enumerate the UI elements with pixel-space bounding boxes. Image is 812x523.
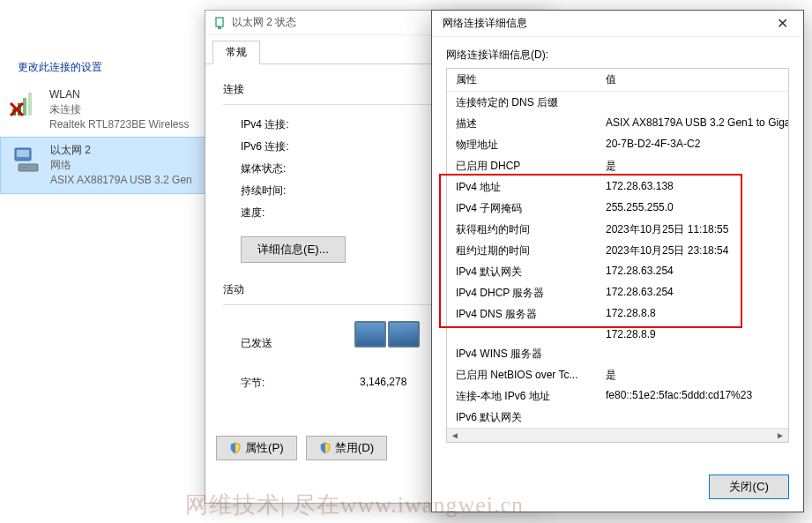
col-property: 属性 xyxy=(447,69,597,91)
table-row[interactable]: 已启用 DHCP是 xyxy=(447,155,788,176)
activity-icons xyxy=(352,321,422,365)
table-header: 属性 值 xyxy=(447,69,788,92)
dialog-body: 网络连接详细信息(D): 属性 值 连接特定的 DNS 后缀描述ASIX AX8… xyxy=(432,37,803,453)
cell-property: 已启用 DHCP xyxy=(447,155,597,176)
col-value: 值 xyxy=(597,69,788,91)
table-row[interactable]: 连接特定的 DNS 后缀 xyxy=(447,92,788,113)
cell-value: 2023年10月25日 11:18:55 xyxy=(597,219,788,240)
table-row[interactable]: 描述ASIX AX88179A USB 3.2 Gen1 to Gigabi xyxy=(447,113,788,134)
ethernet-plug-icon xyxy=(212,16,227,30)
connection-item-ethernet[interactable]: 以太网 2 网络 ASIX AX88179A USB 3.2 Gen xyxy=(0,137,212,193)
cell-value: 172.28.63.254 xyxy=(597,282,788,303)
cell-property xyxy=(447,325,597,343)
conn-adapter: Realtek RTL8723BE Wireless xyxy=(49,117,190,132)
button-label: 禁用(D) xyxy=(335,440,375,456)
svg-point-10 xyxy=(25,167,26,168)
table-row[interactable]: IPv4 DNS 服务器172.28.8.8 xyxy=(447,303,788,325)
dialog-titlebar[interactable]: 网络连接详细信息 ✕ xyxy=(432,11,803,37)
cell-property: 连接特定的 DNS 后缀 xyxy=(447,92,597,113)
bytes-label: 字节: xyxy=(241,376,264,391)
cell-value xyxy=(597,407,788,428)
cell-value: 172.28.63.254 xyxy=(597,261,788,282)
close-button[interactable]: 关闭(C) xyxy=(709,474,789,499)
cell-value: fe80::51e2:5fac:5ddd:cd17%23 xyxy=(597,385,788,407)
cell-property: 连接-本地 IPv6 地址 xyxy=(447,385,597,407)
conn-status: 未连接 xyxy=(49,102,190,117)
scroll-right-icon[interactable]: ► xyxy=(774,430,786,442)
list-label: 网络连接详细信息(D): xyxy=(446,48,789,63)
cell-value xyxy=(597,343,788,364)
cell-property: IPv4 默认网关 xyxy=(447,261,597,282)
button-label: 属性(P) xyxy=(245,440,284,456)
conn-status: 网络 xyxy=(50,158,192,173)
svg-rect-2 xyxy=(23,98,26,116)
dialog-footer: 关闭(C) xyxy=(709,474,789,499)
row-label: 持续时间: xyxy=(241,183,346,198)
scroll-left-icon[interactable]: ◄ xyxy=(449,430,461,442)
cell-property: IPv4 DHCP 服务器 xyxy=(447,282,597,303)
monitor-icon xyxy=(388,321,420,347)
cell-property: 已启用 NetBIOS over Tc... xyxy=(447,364,597,385)
details-table[interactable]: 属性 值 连接特定的 DNS 后缀描述ASIX AX88179A USB 3.2… xyxy=(446,68,789,443)
disable-button[interactable]: 禁用(D) xyxy=(306,436,388,460)
close-icon[interactable]: ✕ xyxy=(768,13,796,34)
table-row[interactable]: 物理地址20-7B-D2-4F-3A-C2 xyxy=(447,134,788,155)
properties-button[interactable]: 属性(P) xyxy=(216,436,297,460)
dialog-title: 网络连接详细信息 xyxy=(443,16,527,31)
table-row[interactable]: IPv6 默认网关 xyxy=(447,407,788,428)
cell-property: 租约过期的时间 xyxy=(447,240,597,261)
tab-general[interactable]: 常规 xyxy=(212,41,260,64)
cell-value: 是 xyxy=(597,155,788,176)
details-button[interactable]: 详细信息(E)... xyxy=(241,236,346,263)
wlan-icon xyxy=(9,87,41,119)
cell-value: 172.28.63.138 xyxy=(597,176,788,198)
cell-value: ASIX AX88179A USB 3.2 Gen1 to Gigabi xyxy=(597,113,788,134)
table-row[interactable]: IPv4 DHCP 服务器172.28.63.254 xyxy=(447,282,788,303)
connection-item-wlan[interactable]: WLAN 未连接 Realtek RTL8723BE Wireless xyxy=(0,82,212,137)
connection-details-dialog: 网络连接详细信息 ✕ 网络连接详细信息(D): 属性 值 连接特定的 DNS 后… xyxy=(431,10,804,512)
shield-icon xyxy=(319,442,332,454)
cell-property: 描述 xyxy=(447,113,597,134)
row-label: 媒体状态: xyxy=(241,161,346,176)
table-row[interactable]: 连接-本地 IPv6 地址fe80::51e2:5fac:5ddd:cd17%2… xyxy=(447,385,788,407)
table-row[interactable]: 已启用 NetBIOS over Tc...是 xyxy=(447,364,788,385)
cell-value: 2023年10月25日 23:18:54 xyxy=(597,240,788,261)
network-settings-panel: 更改此连接的设置 WLAN 未连接 Realtek RTL8723BE Wire… xyxy=(0,53,212,194)
ethernet-icon xyxy=(10,143,41,175)
svg-point-9 xyxy=(21,167,23,168)
table-row[interactable]: IPv4 地址172.28.63.138 xyxy=(447,176,788,198)
row-label: IPv4 连接: xyxy=(241,117,346,132)
sent-label: 已发送 xyxy=(241,336,272,351)
cell-value: 172.28.8.9 xyxy=(597,325,788,343)
svg-rect-11 xyxy=(216,18,223,26)
cell-property: IPv4 DNS 服务器 xyxy=(447,303,597,325)
conn-name: WLAN xyxy=(49,87,190,102)
table-row[interactable]: 172.28.8.9 xyxy=(447,325,788,343)
cell-value: 255.255.255.0 xyxy=(597,198,788,219)
cell-property: IPv4 地址 xyxy=(447,176,597,198)
row-label: 速度: xyxy=(241,205,346,220)
button-bar: 属性(P) 禁用(D) xyxy=(216,436,387,460)
table-row[interactable]: IPv4 默认网关172.28.63.254 xyxy=(447,261,788,282)
table-row[interactable]: IPv4 WINS 服务器 xyxy=(447,343,788,364)
row-label: IPv6 连接: xyxy=(241,139,346,154)
bytes-sent: 3,146,278 xyxy=(360,376,406,391)
table-row[interactable]: IPv4 子网掩码255.255.255.0 xyxy=(447,198,788,219)
connection-text: WLAN 未连接 Realtek RTL8723BE Wireless xyxy=(49,87,190,131)
horizontal-scrollbar[interactable]: ◄ ► xyxy=(447,428,788,442)
svg-rect-3 xyxy=(28,93,32,116)
cell-property: IPv4 WINS 服务器 xyxy=(447,343,597,364)
table-row[interactable]: 租约过期的时间2023年10月25日 23:18:54 xyxy=(447,240,788,261)
conn-adapter: ASIX AX88179A USB 3.2 Gen xyxy=(50,173,192,188)
cell-property: 物理地址 xyxy=(447,134,597,155)
table-body: 连接特定的 DNS 后缀描述ASIX AX88179A USB 3.2 Gen1… xyxy=(447,92,788,443)
monitor-icon xyxy=(354,321,386,347)
svg-rect-12 xyxy=(218,26,221,29)
cell-value: 20-7B-D2-4F-3A-C2 xyxy=(597,134,788,155)
conn-name: 以太网 2 xyxy=(50,143,192,158)
cell-property: 获得租约的时间 xyxy=(447,219,597,240)
table-row[interactable]: 获得租约的时间2023年10月25日 11:18:55 xyxy=(447,219,788,240)
cell-value xyxy=(597,92,788,113)
connection-text: 以太网 2 网络 ASIX AX88179A USB 3.2 Gen xyxy=(50,143,192,187)
cell-property: IPv4 子网掩码 xyxy=(447,198,597,219)
